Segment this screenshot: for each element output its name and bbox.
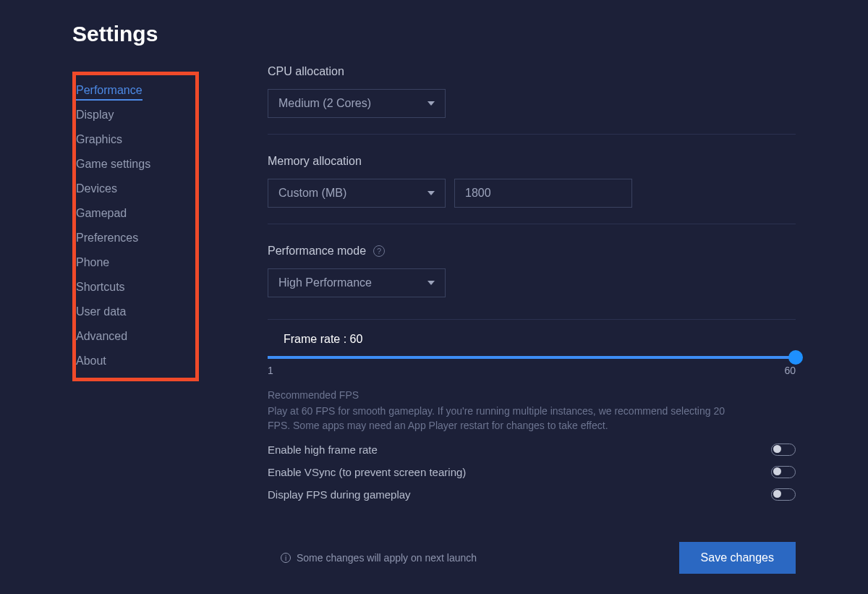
info-icon: i bbox=[281, 553, 291, 563]
toggle-row-vsync: Enable VSync (to prevent screen tearing) bbox=[268, 466, 796, 478]
sidebar-item-user-data[interactable]: User data bbox=[72, 305, 195, 318]
sidebar-item-devices[interactable]: Devices bbox=[72, 182, 195, 195]
cpu-select-value: Medium (2 Cores) bbox=[278, 97, 371, 110]
toggle-high-frame-rate[interactable] bbox=[771, 444, 796, 456]
memory-label: Memory allocation bbox=[268, 155, 796, 168]
sidebar-highlight-box: Performance Display Graphics Game settin… bbox=[72, 72, 199, 381]
perf-mode-label: Performance mode ? bbox=[268, 245, 796, 258]
sidebar: Settings Performance Display Graphics Ga… bbox=[0, 0, 268, 594]
perf-mode-value: High Performance bbox=[278, 276, 372, 289]
footer-note-text: Some changes will apply on next launch bbox=[297, 552, 477, 564]
fps-recommended-text: Play at 60 FPS for smooth gameplay. If y… bbox=[268, 404, 731, 433]
chevron-down-icon bbox=[427, 191, 435, 195]
memory-section: Memory allocation Custom (MB) 1800 bbox=[268, 155, 796, 224]
fps-label: Frame rate : 60 bbox=[284, 333, 796, 346]
sidebar-item-performance[interactable]: Performance bbox=[72, 84, 195, 97]
sidebar-item-game-settings[interactable]: Game settings bbox=[72, 158, 195, 171]
cpu-select[interactable]: Medium (2 Cores) bbox=[268, 89, 446, 118]
performance-mode-section: Performance mode ? High Performance bbox=[268, 245, 796, 297]
toggle-label-showfps: Display FPS during gameplay bbox=[268, 488, 411, 501]
fps-slider-thumb[interactable] bbox=[788, 350, 803, 365]
chevron-down-icon bbox=[427, 101, 435, 106]
sidebar-item-gamepad[interactable]: Gamepad bbox=[72, 207, 195, 220]
sidebar-item-about[interactable]: About bbox=[72, 355, 195, 368]
memory-mode-select[interactable]: Custom (MB) bbox=[268, 179, 446, 208]
toggle-knob bbox=[773, 467, 781, 475]
sidebar-nav: Performance Display Graphics Game settin… bbox=[72, 75, 195, 378]
fps-max: 60 bbox=[784, 365, 796, 376]
cpu-label: CPU allocation bbox=[268, 65, 796, 78]
toggle-row-hfr: Enable high frame rate bbox=[268, 444, 796, 456]
sidebar-item-shortcuts[interactable]: Shortcuts bbox=[72, 281, 195, 294]
divider bbox=[268, 134, 796, 135]
memory-mode-value: Custom (MB) bbox=[278, 187, 346, 200]
toggle-knob bbox=[773, 490, 781, 498]
cpu-section: CPU allocation Medium (2 Cores) bbox=[268, 65, 796, 135]
footer: i Some changes will apply on next launch… bbox=[268, 542, 796, 574]
perf-mode-select[interactable]: High Performance bbox=[268, 268, 446, 297]
sidebar-item-display[interactable]: Display bbox=[72, 109, 195, 122]
sidebar-item-advanced[interactable]: Advanced bbox=[72, 330, 195, 343]
divider bbox=[268, 224, 796, 224]
memory-value-input[interactable]: 1800 bbox=[454, 179, 632, 208]
toggle-vsync[interactable] bbox=[771, 466, 796, 478]
toggle-label-hfr: Enable high frame rate bbox=[268, 444, 378, 456]
footer-note: i Some changes will apply on next launch bbox=[281, 552, 477, 564]
toggle-knob bbox=[773, 445, 781, 453]
fps-recommended-header: Recommended FPS bbox=[268, 389, 796, 401]
toggle-row-showfps: Display FPS during gameplay bbox=[268, 488, 796, 501]
save-changes-button[interactable]: Save changes bbox=[679, 542, 796, 574]
chevron-down-icon bbox=[427, 281, 435, 285]
toggle-display-fps[interactable] bbox=[771, 488, 796, 501]
sidebar-item-graphics[interactable]: Graphics bbox=[72, 133, 195, 146]
fps-range-labels: 1 60 bbox=[268, 365, 796, 376]
main-content: CPU allocation Medium (2 Cores) Memory a… bbox=[268, 0, 868, 594]
toggle-label-vsync: Enable VSync (to prevent screen tearing) bbox=[268, 466, 466, 478]
fps-slider-fill bbox=[268, 356, 796, 359]
fps-min: 1 bbox=[268, 365, 273, 376]
fps-section: Frame rate : 60 1 60 Recommended FPS Pla… bbox=[268, 319, 796, 501]
help-icon[interactable]: ? bbox=[373, 245, 385, 257]
fps-slider[interactable] bbox=[268, 356, 796, 359]
sidebar-item-phone[interactable]: Phone bbox=[72, 256, 195, 269]
page-title: Settings bbox=[72, 22, 268, 46]
sidebar-item-preferences[interactable]: Preferences bbox=[72, 232, 195, 245]
